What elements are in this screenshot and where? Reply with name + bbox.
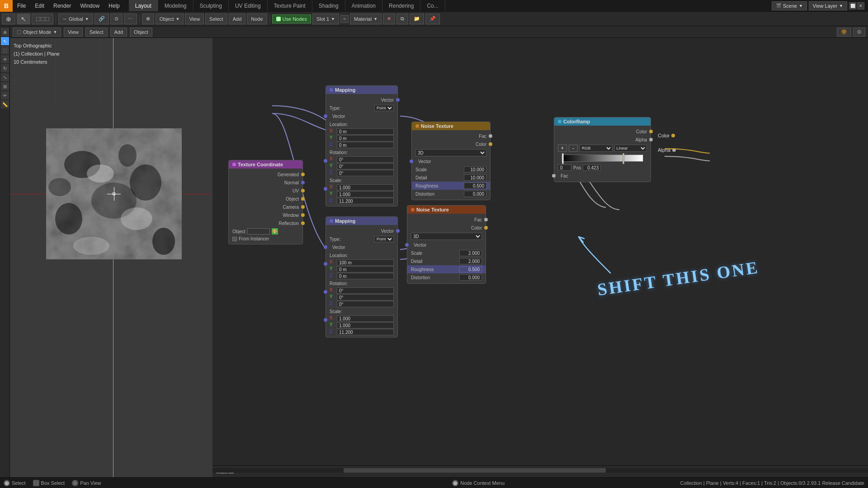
- scale-tool-btn[interactable]: ⤡: [1, 73, 9, 81]
- noise-bottom-distortion-val[interactable]: 0.000: [459, 274, 482, 281]
- color-ramp-bar[interactable]: [561, 155, 643, 162]
- mapping-b-loc-z[interactable]: 0 m: [337, 273, 394, 279]
- noise-top-roughness-val[interactable]: 0.500: [464, 183, 486, 189]
- extra-tools[interactable]: ⋯: [124, 14, 137, 24]
- noise-top-detail-val[interactable]: 10.000: [464, 174, 486, 181]
- move-tool-btn[interactable]: ✛: [1, 55, 9, 63]
- measure-tool-btn[interactable]: 📏: [1, 100, 9, 108]
- select-tool-btn[interactable]: ↖: [1, 37, 9, 45]
- pos-left-val[interactable]: 0: [558, 164, 571, 171]
- pin-material-btn[interactable]: 📌: [425, 14, 440, 24]
- loc-x[interactable]: 0 m: [337, 128, 394, 135]
- transform-mode[interactable]: ↔ Global ▼: [58, 14, 93, 24]
- loc-z[interactable]: 0 m: [337, 142, 394, 148]
- tab-shading[interactable]: Shading: [312, 0, 345, 11]
- tab-layout[interactable]: Layout: [129, 0, 158, 11]
- maximize-btn[interactable]: ⬜: [849, 2, 856, 9]
- noise-top-scale-val[interactable]: 10.000: [464, 166, 486, 173]
- rotate-tool-btn[interactable]: ↻: [1, 64, 9, 72]
- material-selector[interactable]: Material ▼: [350, 14, 382, 24]
- scale-x[interactable]: 1.000: [337, 184, 394, 191]
- annotate-tool-btn[interactable]: ✏: [1, 91, 9, 99]
- object-field[interactable]: [247, 228, 270, 235]
- mapping-b-type-select[interactable]: Point: [374, 236, 394, 242]
- shader-node-btn[interactable]: Node: [247, 14, 267, 24]
- noise-bottom-roughness-val[interactable]: 0.500: [459, 266, 482, 272]
- horizontal-scrollbar[interactable]: [212, 468, 868, 473]
- mode-select[interactable]: Linear: [614, 145, 647, 152]
- transform-pivot-btn[interactable]: ⊕: [2, 14, 15, 24]
- shader-add-btn[interactable]: Add: [229, 14, 246, 24]
- mapping-b-scale-z[interactable]: 11.200: [337, 329, 394, 335]
- mapping-b-rot-x[interactable]: 0°: [337, 287, 394, 294]
- add-stop-btn[interactable]: +: [558, 145, 567, 152]
- noise-bottom-dim-select[interactable]: 3D: [411, 233, 482, 240]
- add-header-btn[interactable]: Add: [110, 28, 127, 37]
- transform-tool-btn[interactable]: ⊞: [1, 82, 9, 90]
- menu-render[interactable]: Render: [49, 0, 75, 11]
- view-layer-selector[interactable]: View Layer ▼: [809, 1, 847, 10]
- menu-edit[interactable]: Edit: [30, 0, 49, 11]
- close-icon[interactable]: ✕: [857, 2, 864, 9]
- svg-point-9: [48, 178, 71, 196]
- tab-compositing[interactable]: Co...: [420, 0, 445, 11]
- view-btn[interactable]: View: [64, 28, 83, 37]
- shader-pivot-btn[interactable]: ⊕: [142, 14, 154, 24]
- snap-btn[interactable]: 🔗: [94, 14, 109, 24]
- mapping-b-scale-y[interactable]: 1.000: [337, 322, 394, 328]
- tab-animation[interactable]: Animation: [345, 0, 382, 11]
- scrollbar-thumb[interactable]: [344, 468, 606, 473]
- scale-y[interactable]: 1.000: [337, 191, 394, 197]
- tab-rendering[interactable]: Rendering: [382, 0, 420, 11]
- shader-object-selector[interactable]: Object ▼: [156, 14, 184, 24]
- ramp-marker-right[interactable]: [623, 153, 624, 164]
- view-mode-btn[interactable]: ⬚ Object Mode ▼: [13, 28, 61, 37]
- scene-selector[interactable]: 🎬 Scene ▼: [772, 1, 807, 10]
- tab-texture-paint[interactable]: Texture Paint: [268, 0, 312, 11]
- cursor-tool-btn[interactable]: ⊕: [1, 28, 9, 36]
- interpolation-select[interactable]: RGB: [580, 145, 613, 152]
- viewport-overlay-btn[interactable]: ⊙: [853, 28, 865, 37]
- type-select[interactable]: Point: [374, 105, 394, 111]
- rot-y[interactable]: 0°: [337, 163, 394, 169]
- mapping-b-rot-z[interactable]: 0°: [337, 301, 394, 307]
- noise-bottom-detail-val[interactable]: 2.000: [459, 258, 482, 264]
- mapping-b-loc-x[interactable]: 100 m: [337, 259, 394, 266]
- loc-y[interactable]: 0 m: [337, 135, 394, 141]
- box-select-tool[interactable]: ⬚⬚⬚: [32, 14, 53, 24]
- delete-material-btn[interactable]: ✕: [383, 14, 395, 24]
- from-instancer-checkbox[interactable]: [232, 237, 237, 241]
- remove-stop-btn[interactable]: -: [569, 145, 578, 152]
- rot-z[interactable]: 0°: [337, 170, 394, 176]
- cursor-tool[interactable]: ↖: [17, 14, 30, 24]
- ramp-marker-left[interactable]: [562, 153, 564, 164]
- duplicate-material-btn[interactable]: ⧉: [396, 14, 408, 24]
- menu-window[interactable]: Window: [75, 0, 104, 11]
- mapping-b-loc-y[interactable]: 0 m: [337, 266, 394, 272]
- noise-bottom-scale-val[interactable]: 2.000: [459, 250, 482, 256]
- dimension-select[interactable]: 3D: [415, 149, 486, 156]
- color-picker-btn[interactable]: 🎨: [272, 228, 278, 235]
- tab-sculpting[interactable]: Sculpting: [193, 0, 229, 11]
- menu-help[interactable]: Help: [104, 0, 124, 11]
- mapping-b-rot-y[interactable]: 0°: [337, 294, 394, 300]
- noise-top-distortion-val[interactable]: 0.000: [464, 191, 486, 197]
- slot-selector[interactable]: Slot 1 ▼: [312, 14, 339, 24]
- proportional-btn[interactable]: ⊙: [110, 14, 123, 24]
- browse-material-btn[interactable]: 📁: [410, 14, 424, 24]
- tab-uv-editing[interactable]: UV Editing: [229, 0, 268, 11]
- tab-modeling[interactable]: Modeling: [158, 0, 193, 11]
- mapping-b-scale-x[interactable]: 1.000: [337, 315, 394, 322]
- rot-x[interactable]: 0°: [337, 156, 394, 163]
- shader-select-btn[interactable]: Select: [205, 14, 227, 24]
- pos-right-val[interactable]: 0.423: [583, 164, 601, 171]
- shader-view-btn[interactable]: View: [185, 14, 204, 24]
- select-header-btn[interactable]: Select: [85, 28, 108, 37]
- sphere-preview-icon[interactable]: ○: [340, 15, 349, 23]
- object-header-btn[interactable]: Object: [130, 28, 152, 37]
- viewport-shading-btn[interactable]: 🔆: [837, 28, 851, 37]
- scale-z[interactable]: 11.200: [337, 198, 394, 204]
- use-nodes-btn[interactable]: Use Nodes: [272, 14, 311, 23]
- menu-file[interactable]: File: [13, 0, 30, 11]
- box-select-tool-btn[interactable]: ⬚: [1, 46, 9, 54]
